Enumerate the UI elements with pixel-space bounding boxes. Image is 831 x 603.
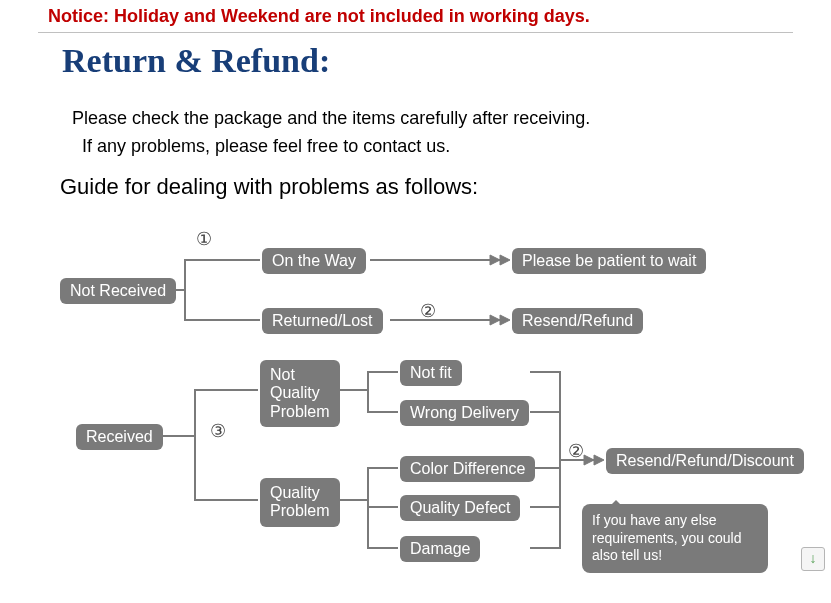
node-quality: Quality Problem — [260, 478, 340, 527]
marker-1: ① — [196, 228, 212, 250]
svg-marker-7 — [594, 455, 604, 465]
marker-2b: ② — [568, 440, 584, 462]
scroll-down-button[interactable]: ↓ — [801, 547, 825, 571]
svg-marker-4 — [500, 315, 510, 325]
notice-text: Notice: Holiday and Weekend are not incl… — [48, 6, 590, 27]
node-quality-defect: Quality Defect — [400, 495, 520, 521]
svg-marker-2 — [490, 255, 500, 265]
guide-heading: Guide for dealing with problems as follo… — [60, 174, 478, 200]
intro-line-1: Please check the package and the items c… — [72, 108, 590, 129]
marker-3: ③ — [210, 420, 226, 442]
node-returned-lost: Returned/Lost — [262, 308, 383, 334]
node-wrong-delivery: Wrong Delivery — [400, 400, 529, 426]
svg-marker-1 — [500, 255, 510, 265]
marker-2a: ② — [420, 300, 436, 322]
node-not-received: Not Received — [60, 278, 176, 304]
node-resend-refund: Resend/Refund — [512, 308, 643, 334]
node-damage: Damage — [400, 536, 480, 562]
page-title: Return & Refund: — [62, 42, 330, 80]
node-patient: Please be patient to wait — [512, 248, 706, 274]
node-not-quality: Not Quality Problem — [260, 360, 340, 427]
speech-bubble: If you have any else requirements, you c… — [582, 504, 768, 573]
svg-marker-5 — [490, 315, 500, 325]
node-received: Received — [76, 424, 163, 450]
node-resend-refund-discount: Resend/Refund/Discount — [606, 448, 804, 474]
node-on-the-way: On the Way — [262, 248, 366, 274]
svg-marker-8 — [584, 455, 594, 465]
divider — [38, 32, 793, 33]
intro-line-2: If any problems, please feel free to con… — [82, 136, 450, 157]
arrow-down-icon: ↓ — [810, 550, 817, 566]
node-not-fit: Not fit — [400, 360, 462, 386]
node-color-diff: Color Difference — [400, 456, 535, 482]
